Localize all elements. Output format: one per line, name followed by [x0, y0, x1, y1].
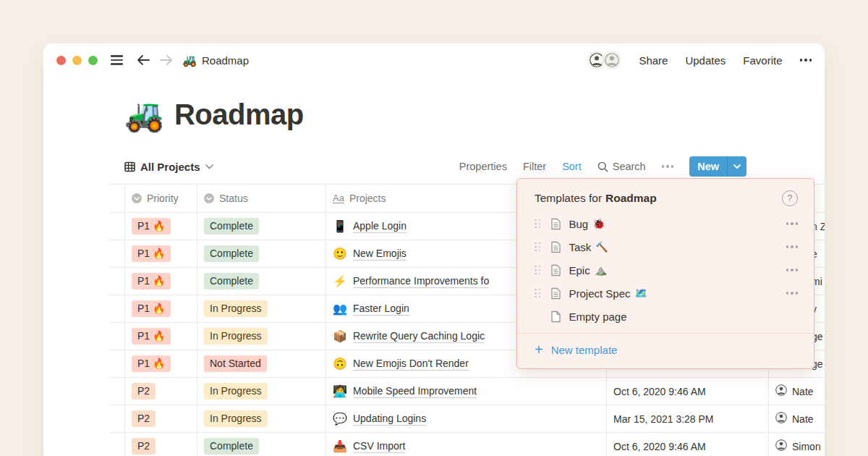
drag-handle-icon[interactable] — [535, 219, 541, 229]
project-page-link[interactable]: Faster Login — [353, 303, 409, 316]
doc-emoji: 🚜 — [182, 54, 197, 67]
view-switcher[interactable]: All Projects — [124, 161, 213, 173]
priority-pill: P1 🔥 — [132, 300, 171, 317]
status-pill: Complete — [204, 438, 259, 455]
status-cell[interactable]: In Progress — [197, 323, 326, 350]
new-template-button[interactable]: + New template — [517, 333, 814, 366]
header-priority-label: Priority — [147, 193, 179, 204]
zoom-window-button[interactable] — [88, 56, 98, 65]
favorite-button[interactable]: Favorite — [743, 54, 782, 67]
person-cell[interactable]: Nate — [768, 378, 825, 405]
header-priority[interactable]: Priority — [124, 185, 197, 212]
row-gutter — [109, 213, 124, 240]
status-cell[interactable]: Complete — [197, 433, 326, 456]
template-item[interactable]: Empty page — [517, 305, 814, 328]
priority-cell[interactable]: P1 🔥 — [124, 350, 197, 377]
breadcrumb[interactable]: 🚜 Roadmap — [182, 54, 249, 67]
project-page-link[interactable]: CSV Import — [353, 440, 405, 453]
window-topbar: 🚜 Roadmap Share Updates Favorite — [43, 43, 825, 77]
template-item[interactable]: Task🔨 — [517, 235, 814, 258]
priority-cell[interactable]: P1 🔥 — [124, 295, 197, 322]
drag-handle-icon[interactable] — [535, 242, 541, 252]
hamburger-icon[interactable] — [111, 55, 123, 64]
item-menu-button[interactable] — [786, 292, 799, 295]
template-emoji: 🔨 — [595, 241, 608, 253]
doc-title-label: Roadmap — [202, 54, 249, 67]
share-button[interactable]: Share — [639, 54, 668, 67]
template-page-icon — [550, 241, 561, 253]
project-page-link[interactable]: Rewrite Query Caching Logic — [353, 330, 485, 343]
new-button[interactable]: New — [689, 156, 746, 177]
template-item[interactable]: Epic⛰️ — [517, 258, 814, 282]
priority-cell[interactable]: P2 — [124, 433, 197, 456]
priority-pill: P1 🔥 — [132, 218, 171, 235]
date-cell[interactable]: Oct 6, 2020 9:46 AM — [606, 378, 768, 405]
status-cell[interactable]: Not Started — [197, 350, 326, 377]
project-page-emoji: 📱 — [333, 219, 347, 233]
page-emoji[interactable]: 🚜 — [124, 99, 164, 131]
person-cell[interactable]: Nate — [768, 405, 825, 432]
empty-page-icon — [550, 311, 561, 323]
project-cell[interactable]: 💬Updating Logins — [326, 405, 606, 432]
template-item[interactable]: Bug🐞 — [517, 212, 814, 235]
updates-button[interactable]: Updates — [685, 54, 726, 67]
template-label: Bug — [569, 218, 589, 230]
priority-cell[interactable]: P2 — [124, 405, 197, 432]
project-page-link[interactable]: Updating Logins — [353, 413, 426, 426]
sort-button[interactable]: Sort — [562, 161, 582, 172]
priority-pill: P1 🔥 — [132, 355, 171, 372]
status-cell[interactable]: In Progress — [197, 378, 326, 405]
properties-button[interactable]: Properties — [459, 161, 507, 172]
person-name: Nate — [792, 386, 814, 397]
item-menu-button[interactable] — [786, 245, 799, 248]
select-field-icon — [132, 193, 142, 203]
filter-button[interactable]: Filter — [523, 161, 546, 172]
forward-arrow-icon[interactable] — [159, 54, 174, 66]
person-cell[interactable]: Simon — [768, 433, 825, 456]
priority-cell[interactable]: P1 🔥 — [124, 240, 197, 267]
new-dropdown-caret[interactable] — [727, 156, 746, 177]
status-cell[interactable]: Complete — [197, 213, 326, 240]
date-cell[interactable]: Mar 15, 2021 3:28 PM — [606, 405, 768, 432]
status-cell[interactable]: In Progress — [197, 405, 326, 432]
page-title-text: Roadmap — [174, 98, 304, 131]
drag-handle-icon[interactable] — [535, 266, 541, 275]
project-page-link[interactable]: Mobile Speed Improvement — [353, 385, 477, 398]
project-page-link[interactable]: New Emojis — [353, 248, 407, 261]
status-cell[interactable]: Complete — [197, 268, 326, 295]
project-page-link[interactable]: New Emojis Don't Render — [353, 358, 469, 371]
priority-cell[interactable]: P2 — [124, 378, 197, 405]
search-button[interactable]: Search — [597, 161, 646, 172]
priority-pill: P1 🔥 — [132, 273, 171, 290]
project-page-link[interactable]: Performance Improvements fo — [353, 275, 489, 288]
search-label: Search — [613, 161, 646, 172]
templates-popup: Templates for Roadmap ? Bug🐞Task🔨Epic⛰️P… — [516, 178, 814, 369]
back-arrow-icon[interactable] — [136, 54, 150, 66]
priority-cell[interactable]: P1 🔥 — [124, 323, 197, 350]
more-icon[interactable] — [800, 59, 812, 62]
new-button-label[interactable]: New — [689, 156, 727, 177]
table-row: P2In Progress👩‍💻Mobile Speed Improvement… — [109, 378, 825, 405]
priority-cell[interactable]: P1 🔥 — [124, 268, 197, 295]
item-menu-button[interactable] — [786, 269, 799, 271]
priority-pill: P2 — [132, 410, 156, 427]
project-cell[interactable]: 👩‍💻Mobile Speed Improvement — [326, 378, 606, 405]
minimize-window-button[interactable] — [72, 56, 82, 65]
status-cell[interactable]: Complete — [197, 240, 326, 267]
avatar-group[interactable] — [586, 49, 623, 71]
drag-handle-icon[interactable] — [535, 289, 541, 298]
table-row: P2Complete📥CSV ImportOct 6, 2020 9:46 AM… — [109, 433, 825, 456]
template-item[interactable]: Project Spec🗺️ — [517, 282, 814, 305]
person-name: Simon — [792, 441, 821, 452]
date-cell[interactable]: Oct 6, 2020 9:46 AM — [606, 433, 768, 456]
item-menu-button[interactable] — [786, 222, 799, 225]
help-icon[interactable]: ? — [782, 190, 798, 206]
close-window-button[interactable] — [56, 56, 66, 65]
priority-cell[interactable]: P1 🔥 — [124, 213, 197, 240]
project-cell[interactable]: 📥CSV Import — [326, 433, 606, 456]
view-more-icon[interactable] — [662, 165, 674, 168]
header-status[interactable]: Status — [197, 185, 326, 212]
project-page-link[interactable]: Apple Login — [353, 220, 407, 233]
status-cell[interactable]: In Progress — [197, 295, 326, 322]
template-emoji: 🐞 — [592, 218, 605, 229]
